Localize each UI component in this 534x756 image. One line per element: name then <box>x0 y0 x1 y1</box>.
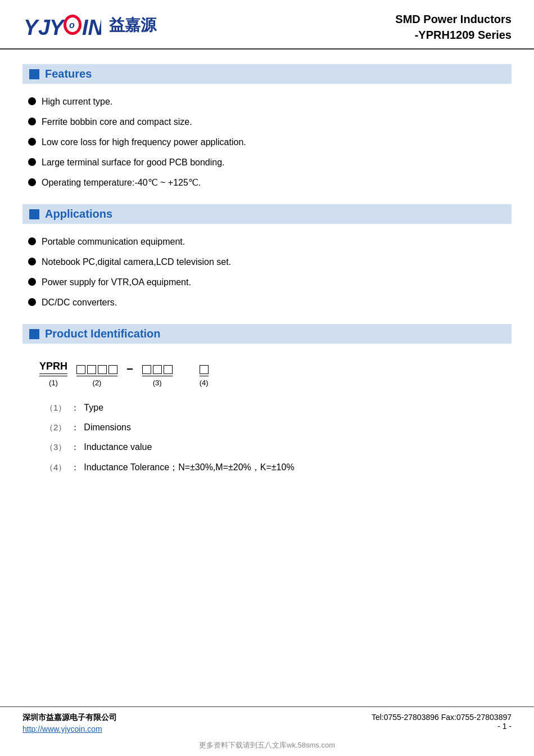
pid-desc-text-3: Inductance value <box>84 442 152 452</box>
applications-section-header: Applications <box>22 204 512 224</box>
page: Y J Y o IN 益嘉源 SMD Power Inductors -YPRH… <box>0 0 534 756</box>
footer-url[interactable]: http://www.yjycoin.com <box>22 724 117 734</box>
pid-desc-num-3: （3） <box>45 442 66 453</box>
bullet-dot <box>28 278 36 286</box>
pid-tolerance-top <box>200 365 209 376</box>
features-list: High current type. Ferrite bobbin core a… <box>22 89 512 195</box>
list-item: Power supply for VTR,OA equipment. <box>22 272 512 292</box>
pid-inductance-top <box>142 365 173 376</box>
app-item-1: Portable communication equipment. <box>42 235 185 249</box>
list-item: Low core loss for high frequency power a… <box>22 132 512 152</box>
pid-desc-text-1: Type <box>84 403 103 413</box>
pid-desc-num-4: （4） <box>45 462 66 473</box>
pid-desc-num-2: （2） <box>45 422 66 433</box>
product-id-diagram: YPRH (1) (2) − <box>22 349 512 387</box>
pid-desc-row-1: （1） ： Type <box>45 398 495 418</box>
features-icon <box>29 69 39 79</box>
bullet-dot <box>28 158 36 166</box>
feature-item-4: Large terminal surface for good PCB bond… <box>42 156 225 169</box>
product-id-title: Product Identification <box>45 327 161 340</box>
feature-item-3: Low core loss for high frequency power a… <box>42 136 246 149</box>
bullet-dot <box>28 97 36 105</box>
header: Y J Y o IN 益嘉源 SMD Power Inductors -YPRH… <box>0 0 534 50</box>
features-title: Features <box>45 68 92 80</box>
pid-desc-row-2: （2） ： Dimensions <box>45 418 495 438</box>
pid-label-2: (2) <box>93 379 102 387</box>
pid-box <box>98 365 107 374</box>
list-item: Large terminal surface for good PCB bond… <box>22 152 512 173</box>
product-id-icon <box>29 329 39 339</box>
pid-desc-text-4: Inductance Tolerance；N=±30%,M=±20%，K=±10… <box>84 462 294 474</box>
pid-desc-text-2: Dimensions <box>84 422 131 433</box>
logo-area: Y J Y o IN 益嘉源 <box>22 11 156 39</box>
spacer <box>0 598 534 706</box>
footer-left: 深圳市益嘉源电子有限公司 http://www.yjycoin.com <box>22 713 117 734</box>
pid-box <box>200 365 209 374</box>
product-id-section-header: Product Identification <box>22 324 512 344</box>
pid-desc-colon-4: ： <box>71 462 79 473</box>
feature-item-1: High current type. <box>42 95 112 109</box>
logo-box: Y J Y o IN 益嘉源 <box>22 11 156 39</box>
pid-dims-top <box>76 365 117 376</box>
list-item: Operating temperature:-40℃ ~ +125℃. <box>22 173 512 193</box>
features-section-header: Features <box>22 64 512 84</box>
pid-label-1: (1) <box>49 379 58 387</box>
pid-tolerance-item: (4) <box>200 365 209 387</box>
footer-page: - 1 - <box>372 722 512 731</box>
bullet-dot <box>28 118 36 125</box>
list-item: Portable communication equipment. <box>22 232 512 252</box>
pid-label-3: (3) <box>153 379 162 387</box>
feature-item-2: Ferrite bobbin core and compact size. <box>42 115 192 129</box>
list-item: DC/DC converters. <box>22 292 512 313</box>
applications-title: Applications <box>45 208 112 220</box>
title-line1: SMD Power Inductors <box>395 11 512 27</box>
pid-desc-colon-2: ： <box>71 422 79 433</box>
pid-box <box>87 365 96 374</box>
bullet-dot <box>28 178 36 186</box>
applications-list: Portable communication equipment. Notebo… <box>22 230 512 315</box>
pid-dims-item: (2) <box>76 365 117 387</box>
pid-box <box>76 365 85 374</box>
list-item: Ferrite bobbin core and compact size. <box>22 112 512 132</box>
footer-tel-fax: Tel:0755-27803896 Fax:0755-27803897 <box>372 713 512 722</box>
feature-item-5: Operating temperature:-40℃ ~ +125℃. <box>42 176 201 190</box>
pid-prefix-item: YPRH (1) <box>39 361 67 387</box>
pid-box <box>142 365 151 374</box>
main-content: Features High current type. Ferrite bobb… <box>0 50 534 598</box>
pid-box <box>153 365 162 374</box>
pid-prefix-text: YPRH <box>39 361 67 374</box>
pid-desc-row-3: （3） ： Inductance value <box>45 438 495 457</box>
pid-desc-num-1: （1） <box>45 403 66 413</box>
footer-company: 深圳市益嘉源电子有限公司 <box>22 713 117 723</box>
pid-descriptions: （1） ： Type （2） ： Dimensions （3） ： Induct… <box>22 387 512 484</box>
footer-right: Tel:0755-27803896 Fax:0755-27803897 - 1 … <box>372 713 512 731</box>
pid-inductance-item: (3) <box>142 365 173 387</box>
pid-separator: − <box>126 363 133 376</box>
logo-svg: Y J Y o IN <box>22 11 101 39</box>
header-title: SMD Power Inductors -YPRH1209 Series <box>395 11 512 43</box>
bullet-dot <box>28 258 36 266</box>
footer: 深圳市益嘉源电子有限公司 http://www.yjycoin.com Tel:… <box>0 706 534 737</box>
pid-desc-colon-3: ： <box>71 442 79 453</box>
list-item: High current type. <box>22 92 512 112</box>
pid-prefix-top: YPRH <box>39 361 67 376</box>
svg-text:J: J <box>38 16 51 39</box>
bullet-dot <box>28 298 36 306</box>
pid-box <box>164 365 173 374</box>
logo-chinese-text: 益嘉源 <box>109 15 156 36</box>
pid-box <box>108 365 117 374</box>
applications-icon <box>29 209 39 219</box>
title-line2: -YPRH1209 Series <box>395 27 512 43</box>
watermark: 更多资料下载请到五八文库wk.58sms.com <box>0 737 534 756</box>
svg-text:Y: Y <box>49 16 66 39</box>
svg-text:Y: Y <box>24 16 40 39</box>
svg-text:IN: IN <box>82 16 101 39</box>
bullet-dot <box>28 237 36 245</box>
app-item-2: Notebook PC,digital camera,LCD televisio… <box>42 255 231 269</box>
pid-desc-row-4: （4） ： Inductance Tolerance；N=±30%,M=±20%… <box>45 457 495 478</box>
bullet-dot <box>28 138 36 146</box>
list-item: Notebook PC,digital camera,LCD televisio… <box>22 252 512 272</box>
app-item-4: DC/DC converters. <box>42 296 117 309</box>
pid-label-4: (4) <box>200 379 209 387</box>
svg-text:o: o <box>69 20 75 30</box>
